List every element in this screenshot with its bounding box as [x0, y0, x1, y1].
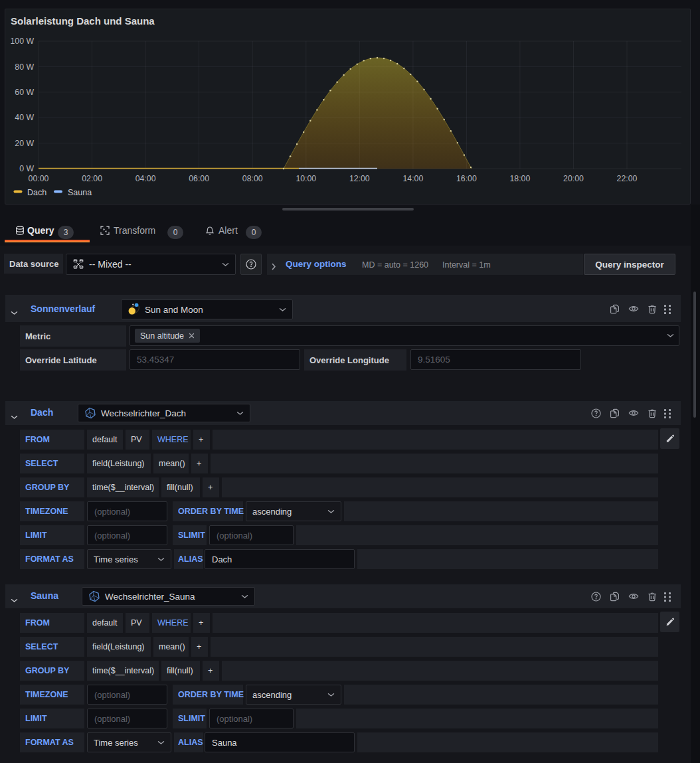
svg-text:20 W: 20 W: [15, 139, 34, 148]
svg-text:Dach: Dach: [27, 188, 46, 197]
svg-text:60 W: 60 W: [15, 88, 34, 97]
svg-text:08:00: 08:00: [242, 174, 263, 183]
svg-text:00:00: 00:00: [29, 174, 49, 183]
svg-text:40 W: 40 W: [15, 113, 34, 122]
svg-text:12:00: 12:00: [349, 174, 370, 183]
svg-text:10:00: 10:00: [296, 174, 316, 183]
svg-text:02:00: 02:00: [82, 174, 102, 183]
svg-text:80 W: 80 W: [15, 62, 34, 72]
svg-text:14:00: 14:00: [403, 174, 424, 183]
svg-text:06:00: 06:00: [189, 174, 209, 183]
svg-text:04:00: 04:00: [135, 174, 156, 183]
svg-text:20:00: 20:00: [563, 174, 584, 183]
svg-text:0 W: 0 W: [19, 164, 34, 173]
svg-text:100 W: 100 W: [10, 37, 34, 46]
svg-text:22:00: 22:00: [617, 174, 638, 183]
svg-text:Sauna: Sauna: [68, 188, 92, 197]
svg-text:16:00: 16:00: [456, 174, 477, 183]
svg-text:18:00: 18:00: [510, 174, 531, 183]
